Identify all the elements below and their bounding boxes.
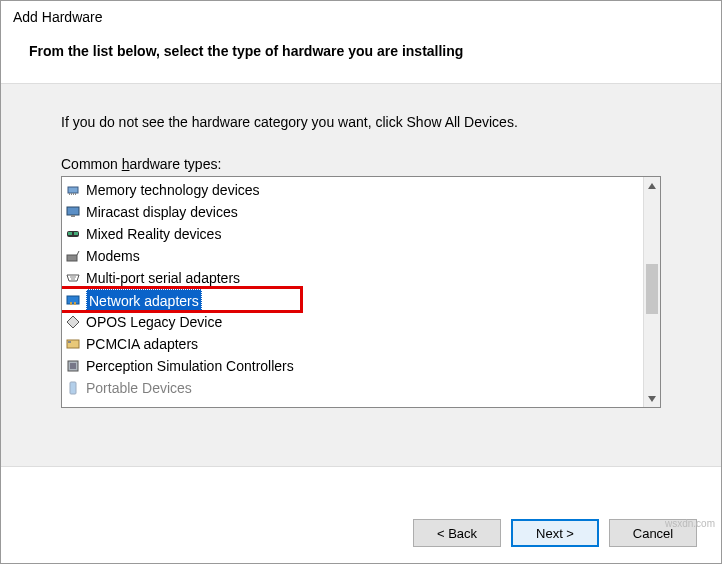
svg-point-14 — [72, 276, 73, 277]
chip-icon — [64, 181, 82, 199]
svg-rect-19 — [70, 302, 72, 305]
perception-icon — [64, 357, 82, 375]
network-adapter-icon — [64, 291, 82, 309]
list-label: Common hardware types: — [61, 156, 661, 172]
list-item-miracast[interactable]: Miracast display devices — [62, 201, 643, 223]
wizard-body: If you do not see the hardware category … — [1, 83, 721, 467]
svg-rect-3 — [73, 193, 74, 195]
svg-rect-18 — [67, 296, 79, 304]
list-item-memory-technology[interactable]: Memory technology devices — [62, 179, 643, 201]
chevron-up-icon — [648, 183, 656, 189]
list-item-label: PCMCIA adapters — [86, 336, 198, 352]
svg-marker-28 — [648, 396, 656, 402]
list-item-label: Perception Simulation Controllers — [86, 358, 294, 374]
list-item-mixed-reality[interactable]: Mixed Reality devices — [62, 223, 643, 245]
list-item-label: Multi-port serial adapters — [86, 270, 240, 286]
scroll-down-button[interactable] — [644, 390, 660, 407]
svg-rect-9 — [74, 232, 78, 235]
svg-rect-26 — [70, 382, 76, 394]
list-label-pre: Common — [61, 156, 122, 172]
svg-rect-5 — [67, 207, 79, 215]
list-item-label: Miracast display devices — [86, 204, 238, 220]
list-item-label: Modems — [86, 248, 140, 264]
svg-point-15 — [74, 276, 75, 277]
list-item-label: Mixed Reality devices — [86, 226, 221, 242]
svg-rect-0 — [68, 187, 78, 193]
source-watermark: wsxdn.com — [665, 518, 715, 529]
svg-rect-8 — [68, 232, 72, 235]
pcmcia-icon — [64, 335, 82, 353]
svg-marker-21 — [67, 316, 79, 328]
hardware-types-listbox[interactable]: Memory technology devices Miracast displ… — [61, 176, 661, 408]
opos-icon — [64, 313, 82, 331]
modem-icon — [64, 247, 82, 265]
svg-rect-20 — [74, 302, 76, 305]
scroll-track[interactable] — [644, 194, 660, 390]
svg-point-13 — [70, 276, 71, 277]
svg-point-17 — [73, 278, 74, 279]
wizard-instruction: From the list below, select the type of … — [1, 33, 721, 83]
list-item-opos-legacy[interactable]: OPOS Legacy Device — [62, 311, 643, 333]
svg-rect-4 — [75, 193, 76, 195]
svg-line-11 — [77, 251, 79, 255]
list-item-multi-port-serial[interactable]: Multi-port serial adapters — [62, 267, 643, 289]
svg-rect-10 — [67, 255, 77, 261]
list-item-network-adapters[interactable]: Network adapters — [62, 289, 643, 311]
list-item-portable-devices[interactable]: Portable Devices — [62, 377, 643, 399]
svg-point-16 — [71, 278, 72, 279]
list-item-modems[interactable]: Modems — [62, 245, 643, 267]
list-item-pcmcia[interactable]: PCMCIA adapters — [62, 333, 643, 355]
hint-text: If you do not see the hardware category … — [61, 114, 661, 130]
list-item-perception-sim[interactable]: Perception Simulation Controllers — [62, 355, 643, 377]
headset-icon — [64, 225, 82, 243]
chevron-down-icon — [648, 396, 656, 402]
svg-rect-25 — [70, 363, 76, 369]
add-hardware-wizard-window: Add Hardware From the list below, select… — [0, 0, 722, 564]
display-icon — [64, 203, 82, 221]
listbox-scrollbar[interactable] — [643, 177, 660, 407]
wizard-footer: < Back Next > Cancel — [1, 503, 721, 563]
list-item-label: Network adapters — [86, 289, 202, 311]
svg-marker-12 — [67, 275, 79, 281]
svg-rect-2 — [71, 193, 72, 195]
svg-rect-23 — [68, 341, 71, 343]
scroll-up-button[interactable] — [644, 177, 660, 194]
list-label-post: ardware types: — [129, 156, 221, 172]
back-button[interactable]: < Back — [413, 519, 501, 547]
list-item-label: OPOS Legacy Device — [86, 314, 222, 330]
svg-rect-6 — [71, 215, 75, 217]
listbox-client: Memory technology devices Miracast displ… — [62, 177, 643, 407]
portable-device-icon — [64, 379, 82, 397]
window-title: Add Hardware — [1, 1, 721, 33]
svg-rect-1 — [69, 193, 70, 195]
next-button[interactable]: Next > — [511, 519, 599, 547]
svg-marker-27 — [648, 183, 656, 189]
list-item-label: Memory technology devices — [86, 182, 260, 198]
scroll-thumb[interactable] — [646, 264, 658, 314]
serial-port-icon — [64, 269, 82, 287]
list-item-label: Portable Devices — [86, 380, 192, 396]
